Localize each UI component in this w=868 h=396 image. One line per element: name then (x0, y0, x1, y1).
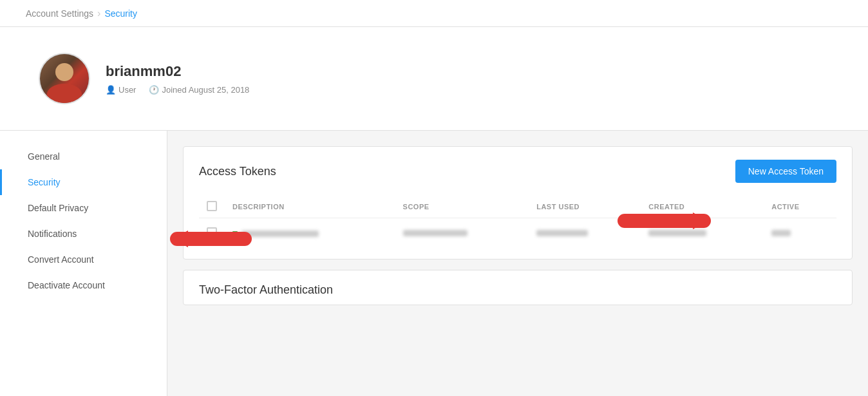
row-checkbox[interactable] (207, 227, 217, 238)
status-dot (232, 231, 238, 236)
profile-role: 👤 User (106, 85, 136, 95)
col-description: DESCRIPTION (225, 196, 395, 218)
avatar (39, 53, 90, 104)
sidebar-item-general[interactable]: General (0, 144, 167, 169)
table-row (199, 218, 836, 249)
row-last-used (529, 218, 641, 249)
sidebar-item-notifications[interactable]: Notifications (0, 221, 167, 247)
clock-icon: 🕐 (149, 85, 159, 95)
profile-info: brianmm02 👤 User 🕐 Joined August 25, 201… (106, 63, 249, 95)
row-active (764, 218, 836, 249)
sidebar: General Security Default Privacy Notific… (0, 131, 167, 396)
sidebar-item-default-privacy[interactable]: Default Privacy (0, 195, 167, 221)
access-tokens-table: DESCRIPTION SCOPE LAST USED CREATED ACTI… (199, 196, 836, 249)
select-all-checkbox[interactable] (207, 201, 217, 211)
table-header-row: DESCRIPTION SCOPE LAST USED CREATED ACTI… (199, 196, 836, 218)
active-value (771, 230, 791, 236)
row-checkbox-cell (199, 218, 225, 249)
two-factor-card: Two-Factor Authentication (183, 270, 853, 305)
row-created (641, 218, 764, 249)
breadcrumb-security: Security (104, 2, 137, 25)
profile-username: brianmm02 (106, 63, 249, 80)
description-value (241, 231, 319, 237)
col-scope: SCOPE (395, 196, 529, 218)
user-icon: 👤 (106, 85, 116, 95)
avatar-image (40, 53, 89, 104)
profile-joined: 🕐 Joined August 25, 2018 (149, 85, 249, 95)
table-header-checkbox (199, 196, 225, 218)
sidebar-item-security[interactable]: Security (0, 169, 167, 195)
new-access-token-button[interactable]: New Access Token (735, 160, 836, 183)
two-factor-title: Two-Factor Authentication (184, 270, 852, 305)
row-scope (395, 218, 529, 249)
breadcrumb-account-settings[interactable]: Account Settings (26, 2, 93, 25)
sidebar-item-deactivate-account[interactable]: Deactivate Account (0, 272, 167, 298)
col-last-used: LAST USED (529, 196, 641, 218)
access-tokens-header: Access Tokens New Access Token (184, 147, 852, 196)
main-content: Access Tokens New Access Token DESCRIPTI… (167, 131, 868, 396)
created-value (648, 230, 706, 236)
access-tokens-card: Access Tokens New Access Token DESCRIPTI… (183, 146, 853, 259)
sidebar-item-convert-account[interactable]: Convert Account (0, 247, 167, 272)
access-tokens-table-container: DESCRIPTION SCOPE LAST USED CREATED ACTI… (184, 196, 852, 259)
access-tokens-title: Access Tokens (199, 165, 276, 178)
last-used-value (536, 230, 588, 236)
col-active: ACTIVE (764, 196, 836, 218)
breadcrumb-separator: › (97, 8, 100, 19)
profile-header: brianmm02 👤 User 🕐 Joined August 25, 201… (0, 27, 868, 131)
col-created: CREATED (641, 196, 764, 218)
profile-meta: 👤 User 🕐 Joined August 25, 2018 (106, 85, 249, 95)
scope-value (403, 230, 467, 236)
row-description (225, 218, 395, 249)
main-layout: General Security Default Privacy Notific… (0, 131, 868, 396)
breadcrumb: Account Settings › Security (0, 0, 868, 27)
